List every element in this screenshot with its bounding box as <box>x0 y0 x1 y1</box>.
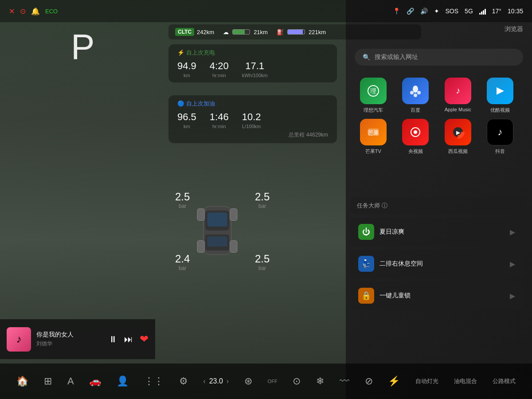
status-left: ✕ ⊙ 🔔 ECO <box>9 7 58 16</box>
baidu-icon <box>402 78 429 104</box>
svg-text:▶: ▶ <box>456 129 460 136</box>
svg-point-3 <box>410 91 414 94</box>
task-master-label: 任务大师 ⓘ <box>357 202 387 210</box>
tire-fl: 2.5 bar <box>175 191 190 209</box>
tiktok-icon: ♪ <box>487 119 513 145</box>
tire-fl-value: 2.5 <box>175 191 190 203</box>
charge-distance-value: 94.9 <box>177 60 196 72</box>
charge-distance-unit: km <box>177 73 196 78</box>
favorite-button[interactable]: ❤ <box>140 333 149 345</box>
cltc-badge: CLTC <box>175 28 194 36</box>
cctv-icon <box>402 119 429 145</box>
signal-bars <box>479 8 486 15</box>
charge-efficiency-value: 17.1 <box>242 60 268 72</box>
bluetooth-icon: ✦ <box>434 8 439 15</box>
drive-icon[interactable]: ⚡ <box>388 376 400 387</box>
temp-control: ‹ 23.0 › <box>203 377 229 385</box>
refuel-efficiency-value: 10.2 <box>242 111 261 123</box>
album-art: ♪ <box>7 327 31 352</box>
camera-icon: ⊙ <box>20 7 26 16</box>
app-mango[interactable]: 芒果 芒果TV <box>355 119 392 155</box>
status-right: 📍 🔗 🔊 ✦ SOS 5G 17° 10:35 <box>393 8 523 15</box>
refuel-time: 1:46 hr:min <box>210 111 229 129</box>
mango-label: 芒果TV <box>365 148 381 155</box>
seat-icon: 💺 <box>358 256 374 272</box>
home-button[interactable]: 🏠 <box>16 376 28 387</box>
app-apple-music[interactable]: ♪ Apple Music <box>439 78 477 113</box>
charge-distance: 94.9 km <box>177 60 196 78</box>
svg-point-4 <box>417 91 421 94</box>
svg-text:♪: ♪ <box>456 86 460 95</box>
svg-rect-25 <box>230 241 237 253</box>
temp-value: 23.0 <box>209 377 223 385</box>
tire-fr: 2.5 bar <box>255 191 270 209</box>
search-bar[interactable]: 🔍 搜索或输入网址 <box>355 49 523 66</box>
svg-point-2 <box>413 86 418 93</box>
lixiang-label: 理想汽车 <box>364 107 383 113</box>
quick-action-childlock[interactable]: 🔒 一键儿童锁 ▶ <box>350 282 523 310</box>
refuel-efficiency-unit: L/100km <box>242 124 261 129</box>
heat-icon[interactable]: ⊙ <box>293 376 301 387</box>
refuel-stats-panel: 🔵 自上次加油 96.5 km 1:46 hr:min 10.2 L/100km… <box>168 95 337 143</box>
grid-button[interactable]: ⋮⋮ <box>144 376 164 387</box>
auto-light-label[interactable]: 自动灯光 <box>415 377 438 385</box>
total-mileage: 总里程 44629km <box>177 131 328 139</box>
svg-text:理: 理 <box>370 87 376 94</box>
summer-arrow: ▶ <box>510 228 515 236</box>
next-button[interactable]: ⏭ <box>124 334 133 344</box>
wiper-icon[interactable]: 〰 <box>340 376 349 387</box>
defrost-icon[interactable]: ❄ <box>316 376 324 387</box>
refuel-time-value: 1:46 <box>210 111 229 123</box>
svg-rect-20 <box>207 213 227 227</box>
charge-time: 4:20 hr:min <box>210 60 229 78</box>
main-screen: ✕ ⊙ 🔔 ECO 📍 🔗 🔊 ✦ SOS 5G 17° 10:35 P C <box>0 0 532 399</box>
lixiang-icon: 理 <box>360 78 387 104</box>
temp-decrease[interactable]: ‹ <box>203 377 205 385</box>
task-master: 任务大师 ⓘ <box>350 197 523 214</box>
play-pause-button[interactable]: ⏸ <box>109 334 117 344</box>
quick-action-seat[interactable]: 💺 二排右休息空间 ▶ <box>350 250 523 278</box>
baidu-label: 百度 <box>411 107 420 113</box>
refuel-efficiency: 10.2 L/100km <box>242 111 261 129</box>
song-artist: 刘德华 <box>36 340 103 348</box>
steering-icon[interactable]: ⊘ <box>365 376 373 387</box>
tire-fr-unit: bar <box>255 203 270 209</box>
app-grid: 理 理想汽车 百度 ♪ Apple Music ▶ 优酷视频 芒果 <box>350 73 523 159</box>
gear-indicator: P <box>71 27 94 67</box>
fuel-range: ⛽ 221km <box>277 29 326 35</box>
electric-bar <box>232 29 250 35</box>
childlock-arrow: ▶ <box>510 292 515 300</box>
temp-increase[interactable]: › <box>227 377 229 385</box>
song-title: 你是我的女人 <box>36 331 103 339</box>
app-youku[interactable]: ▶ 优酷视频 <box>482 78 519 113</box>
xigua-label: 西瓜视频 <box>448 148 468 155</box>
svg-point-12 <box>414 130 417 134</box>
tire-rr-unit: bar <box>255 265 270 271</box>
app-baidu[interactable]: 百度 <box>397 78 434 113</box>
settings-button[interactable]: ⚙ <box>179 376 188 387</box>
contacts-button[interactable]: 👤 <box>117 376 129 387</box>
sos-label[interactable]: SOS <box>446 8 459 15</box>
svg-text:▶: ▶ <box>497 85 504 96</box>
refuel-stats-title: 🔵 自上次加油 <box>177 100 328 108</box>
charge-stats-row: 94.9 km 4:20 hr:min 17.1 kWh/100km <box>177 60 328 78</box>
drive-mode-label[interactable]: 公路模式 <box>493 377 516 385</box>
refuel-time-unit: hr:min <box>210 124 229 129</box>
app-cctv[interactable]: 央视频 <box>397 119 434 155</box>
navi-button[interactable]: A <box>67 376 74 387</box>
app-xigua[interactable]: ▶ 西瓜视频 <box>439 119 477 155</box>
car-button[interactable]: 🚗 <box>89 376 101 387</box>
browser-label[interactable]: 浏览器 <box>505 25 523 33</box>
charge-time-value: 4:20 <box>210 60 229 72</box>
refuel-distance-value: 96.5 <box>177 111 196 123</box>
quick-action-summer[interactable]: ⏻ 夏日凉爽 ▶ <box>350 218 523 246</box>
hybrid-label[interactable]: 油电混合 <box>454 377 477 385</box>
app-tiktok[interactable]: ♪ 抖音 <box>482 119 519 155</box>
summer-label: 夏日凉爽 <box>379 228 505 236</box>
tire-rl-unit: bar <box>175 265 190 271</box>
fan-icon: ⊛ <box>244 376 252 387</box>
app-lixiang[interactable]: 理 理想汽车 <box>355 78 392 113</box>
svg-rect-24 <box>197 241 204 253</box>
apps-button[interactable]: ⊞ <box>44 376 52 387</box>
refuel-stats-row: 96.5 km 1:46 hr:min 10.2 L/100km <box>177 111 328 129</box>
